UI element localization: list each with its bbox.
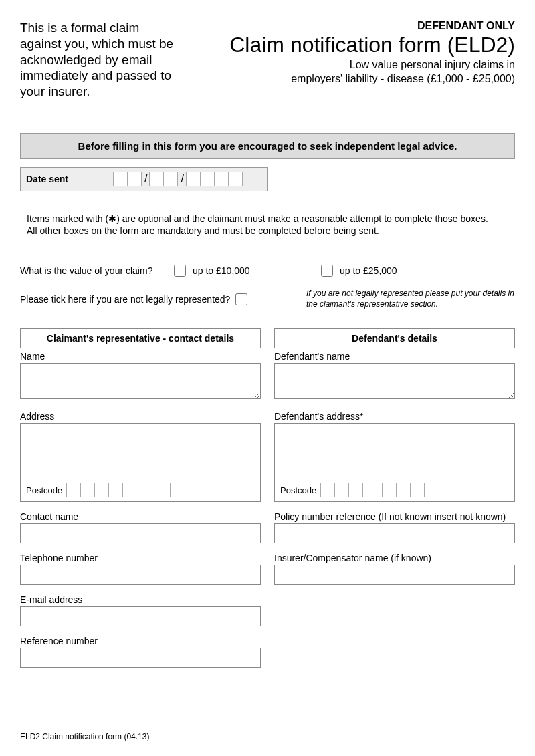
divider bbox=[20, 249, 515, 251]
items-note-line-2: All other boxes on the form are mandator… bbox=[27, 225, 508, 237]
date-year-2[interactable] bbox=[200, 172, 215, 186]
items-note-line-1: Items marked with (✱) are optional and t… bbox=[27, 213, 508, 225]
telephone-input[interactable] bbox=[20, 565, 261, 585]
checkbox-up-to-10000[interactable] bbox=[174, 265, 186, 277]
date-month-2[interactable] bbox=[163, 172, 178, 186]
defendant-name-group: Defendant's name bbox=[274, 351, 515, 402]
claim-value-question: What is the value of your claim? bbox=[20, 265, 174, 276]
claimant-name-input[interactable] bbox=[20, 363, 261, 399]
date-sent-input-group: / / bbox=[113, 172, 243, 186]
date-day-1[interactable] bbox=[113, 172, 128, 186]
telephone-label: Telephone number bbox=[20, 553, 261, 563]
legal-advice-banner: Before filling in this form you are enco… bbox=[20, 133, 515, 159]
claimant-postcode-label: Postcode bbox=[26, 485, 62, 495]
insurer-group: Insurer/Compensator name (if known) bbox=[274, 553, 515, 585]
defendant-postcode-row: Postcode bbox=[280, 483, 425, 497]
insurer-label: Insurer/Compensator name (if known) bbox=[274, 553, 515, 563]
footer-text: ELD2 Claim notification form (04.13) bbox=[20, 729, 515, 741]
title-block: DEFENDANT ONLY Claim notification form (… bbox=[174, 20, 515, 86]
value-option-25000-label: up to £25,000 bbox=[340, 265, 397, 276]
defendant-address-input[interactable] bbox=[275, 424, 514, 479]
representation-row: Please tick here if you are not legally … bbox=[20, 289, 515, 309]
defendant-postcode-label: Postcode bbox=[280, 485, 316, 495]
claimant-postcode-5[interactable] bbox=[128, 483, 142, 497]
checkbox-not-represented[interactable] bbox=[235, 293, 247, 305]
contact-name-label: Contact name bbox=[20, 511, 261, 522]
value-option-25000: up to £25,000 bbox=[321, 265, 397, 277]
header: This is a formal claim against you, whic… bbox=[20, 20, 515, 100]
representation-question: Please tick here if you are not legally … bbox=[20, 294, 230, 305]
defendant-address-label: Defendant's address* bbox=[274, 411, 515, 422]
claimant-postcode-3[interactable] bbox=[94, 483, 109, 497]
claimant-name-group: Name bbox=[20, 351, 261, 402]
defendant-postcode-1[interactable] bbox=[320, 483, 335, 497]
defendant-postcode-4[interactable] bbox=[362, 483, 377, 497]
checkbox-up-to-25000[interactable] bbox=[321, 265, 333, 277]
date-month-1[interactable] bbox=[149, 172, 164, 186]
defendant-postcode-2[interactable] bbox=[334, 483, 349, 497]
defendant-postcode-3[interactable] bbox=[348, 483, 363, 497]
defendant-address-group: Defendant's address* Postcode bbox=[274, 411, 515, 502]
formal-claim-notice: This is a formal claim against you, whic… bbox=[20, 20, 174, 100]
contact-name-group: Contact name bbox=[20, 511, 261, 543]
defendant-column: Defendant's details Defendant's name Def… bbox=[274, 328, 515, 677]
defendant-postcode-boxes bbox=[320, 483, 425, 497]
claimant-postcode-boxes bbox=[66, 483, 171, 497]
claim-value-row: What is the value of your claim? up to £… bbox=[20, 265, 515, 277]
claimant-address-input[interactable] bbox=[21, 424, 260, 479]
policy-number-group: Policy number reference (If not known in… bbox=[274, 511, 515, 543]
divider bbox=[20, 197, 515, 199]
defendant-name-label: Defendant's name bbox=[274, 351, 515, 362]
subtitle-line-2: employers' liability - disease (£1,000 -… bbox=[174, 72, 515, 86]
defendant-only-label: DEFENDANT ONLY bbox=[174, 20, 515, 32]
claimant-postcode-2[interactable] bbox=[80, 483, 95, 497]
claimant-postcode-6[interactable] bbox=[142, 483, 156, 497]
date-year-3[interactable] bbox=[214, 172, 229, 186]
optional-items-note: Items marked with (✱) are optional and t… bbox=[20, 213, 515, 237]
email-input[interactable] bbox=[20, 606, 261, 626]
date-sent-row: Date sent / / bbox=[20, 167, 268, 191]
details-columns: Claimant's representative - contact deta… bbox=[20, 328, 515, 677]
defendant-postcode-6[interactable] bbox=[396, 483, 411, 497]
defendant-postcode-5[interactable] bbox=[382, 483, 397, 497]
policy-number-label: Policy number reference (If not known in… bbox=[274, 511, 515, 522]
claimant-postcode-1[interactable] bbox=[66, 483, 81, 497]
claimant-column: Claimant's representative - contact deta… bbox=[20, 328, 261, 677]
contact-name-input[interactable] bbox=[20, 523, 261, 543]
value-option-10000: up to £10,000 bbox=[174, 265, 321, 277]
defendant-address-box: Postcode bbox=[274, 423, 515, 502]
reference-label: Reference number bbox=[20, 636, 261, 646]
date-year-4[interactable] bbox=[228, 172, 243, 186]
subtitle-line-1: Low value personal injury claims in bbox=[174, 58, 515, 72]
claimant-postcode-7[interactable] bbox=[156, 483, 171, 497]
defendant-name-input[interactable] bbox=[274, 363, 515, 399]
insurer-input[interactable] bbox=[274, 565, 515, 585]
representation-note: If you are not legally represented pleas… bbox=[261, 289, 515, 309]
claimant-section-header: Claimant's representative - contact deta… bbox=[20, 328, 261, 348]
claimant-address-label: Address bbox=[20, 411, 261, 422]
reference-input[interactable] bbox=[20, 648, 261, 668]
date-day-2[interactable] bbox=[127, 172, 142, 186]
claimant-address-group: Address Postcode bbox=[20, 411, 261, 502]
defendant-section-header: Defendant's details bbox=[274, 328, 515, 348]
claimant-postcode-4[interactable] bbox=[108, 483, 123, 497]
value-option-10000-label: up to £10,000 bbox=[193, 265, 250, 276]
email-group: E-mail address bbox=[20, 594, 261, 626]
claimant-address-box: Postcode bbox=[20, 423, 261, 502]
telephone-group: Telephone number bbox=[20, 553, 261, 585]
date-year-1[interactable] bbox=[186, 172, 201, 186]
policy-number-input[interactable] bbox=[274, 523, 515, 543]
representation-question-group: Please tick here if you are not legally … bbox=[20, 289, 261, 309]
form-title: Claim notification form (ELD2) bbox=[174, 33, 515, 57]
date-sent-label: Date sent bbox=[26, 174, 113, 184]
reference-group: Reference number bbox=[20, 636, 261, 668]
defendant-postcode-7[interactable] bbox=[410, 483, 425, 497]
email-label: E-mail address bbox=[20, 594, 261, 605]
claimant-postcode-row: Postcode bbox=[26, 483, 171, 497]
claimant-name-label: Name bbox=[20, 351, 261, 362]
